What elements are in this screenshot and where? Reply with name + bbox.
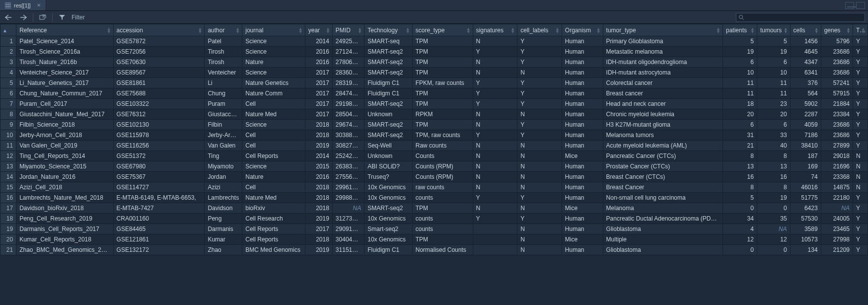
table-row[interactable]: 17Davidson_bioRxiv_2018E-MTAB-7427Davids…	[0, 203, 868, 214]
cell-genes: 23465	[821, 224, 853, 234]
close-icon[interactable]: ✕	[37, 2, 41, 8]
cell-organism: Human	[562, 161, 603, 172]
tab-res1[interactable]: res[[1]] ✕	[0, 0, 46, 10]
cell-tumours: 11	[757, 88, 790, 99]
table-row[interactable]: 8Giustacchini_Nature_Med_2017GSE76312Giu…	[0, 109, 868, 120]
cell-score_type: TPM	[412, 36, 473, 47]
column-header-signatures[interactable]: signatures▲▼	[473, 24, 517, 36]
cell-author: Miyamoto	[205, 161, 242, 172]
table-row[interactable]: 18Peng_Cell_Research_2019CRA001160PengCe…	[0, 214, 868, 224]
row-number: 7	[0, 99, 16, 109]
cell-patients: 11	[723, 88, 757, 99]
table-row[interactable]: 16Lambrechts_Nature_Med_2018E-MTAB-6149,…	[0, 193, 868, 203]
column-header-tumor_type[interactable]: tumor_type▲▼	[603, 24, 723, 36]
column-header-journal[interactable]: journal▲▼	[242, 24, 305, 36]
cell-author: Li	[205, 78, 242, 88]
column-header-tumours[interactable]: tumours▲▼	[757, 24, 790, 36]
table-row[interactable]: 20Kumar_Cell_Reports_2018GSE121861KumarC…	[0, 234, 868, 245]
cell-reference: Jerby-Arnon_Cell_2018	[16, 130, 113, 141]
cell-year: 2018	[305, 234, 332, 245]
row-number: 19	[0, 224, 16, 234]
cell-cell_labels: N	[517, 161, 562, 172]
table-row[interactable]: 3Tirosh_Nature_2016bGSE70630TiroshNature…	[0, 57, 868, 68]
cell-cells: 4645	[790, 47, 821, 57]
table-row[interactable]: 4Venteicher_Science_2017GSE89567Venteich…	[0, 68, 868, 78]
cell-technology: ABI SOLiD?	[364, 161, 413, 172]
cell-journal: Cell Reports	[242, 151, 305, 161]
column-header-accession[interactable]: accession▲▼	[113, 24, 205, 36]
table-row[interactable]: 10Jerby-Arnon_Cell_2018GSE115978Jerby-Ar…	[0, 130, 868, 141]
maximize-button[interactable]	[856, 2, 865, 9]
table-row[interactable]: 12Ting_Cell_Reports_2014GSE51372TingCell…	[0, 151, 868, 161]
cell-score_type: counts	[412, 214, 473, 224]
cell-cell_labels: N	[517, 224, 562, 234]
column-header-cell_labels[interactable]: cell_labels▲▼	[517, 24, 562, 36]
column-header-tm[interactable]: TM▲▼	[853, 24, 868, 36]
row-number-header[interactable]: ▲	[0, 24, 16, 36]
table-row[interactable]: 6Chung_Nature_Commun_2017GSE75688ChungNa…	[0, 88, 868, 99]
row-number: 14	[0, 172, 16, 182]
cell-cell_labels: Y	[517, 88, 562, 99]
column-header-score_type[interactable]: score_type▲▼	[412, 24, 473, 36]
cell-journal: Nature Med	[242, 193, 305, 203]
forward-button[interactable]	[18, 12, 29, 22]
table-row[interactable]: 11Van Galen_Cell_2019GSE116256Van GalenC…	[0, 141, 868, 151]
cell-signatures: N	[473, 172, 517, 182]
column-header-genes[interactable]: genes▲▼	[821, 24, 853, 36]
cell-patients: 20	[723, 109, 757, 120]
cell-organism: Human	[562, 88, 603, 99]
cell-score_type: Normalised Counts	[412, 245, 473, 255]
row-number: 12	[0, 151, 16, 161]
column-header-patients[interactable]: patients▲▼	[723, 24, 757, 36]
row-number: 17	[0, 203, 16, 214]
cell-pmid: 31273297	[332, 214, 364, 224]
cell-pmid: 28504724	[332, 109, 364, 120]
column-header-organism[interactable]: Organism▲▼	[562, 24, 603, 36]
column-header-reference[interactable]: Reference▲▼	[16, 24, 113, 36]
table-row[interactable]: 7Puram_Cell_2017GSE103322PuramCell201729…	[0, 99, 868, 109]
table-row[interactable]: 15Azizi_Cell_2018GSE114727AziziCell20182…	[0, 182, 868, 193]
filter-icon[interactable]	[57, 12, 68, 22]
data-grid[interactable]: ▲Reference▲▼accession▲▼author▲▼journal▲▼…	[0, 24, 868, 305]
table-row[interactable]: 14Jordan_Nature_2016GSE75367JordanNature…	[0, 172, 868, 182]
cell-technology: Smart-seq2	[364, 224, 413, 234]
table-row[interactable]: 2Tirosh_Science_2016aGSE72056TiroshScien…	[0, 47, 868, 57]
cell-organism: Mice	[562, 151, 603, 161]
cell-journal: bioRxiv	[242, 203, 305, 214]
cell-tumor_type: Pancreatic Ductal Adenocarcinoma (PDAC)	[603, 214, 723, 224]
search-box[interactable]	[736, 13, 865, 22]
cell-tumor_type: IDH-mutant oligodendroglioma	[603, 57, 723, 68]
toolbar: Filter	[0, 11, 868, 24]
cell-signatures: N	[473, 109, 517, 120]
cell-tm: Y	[853, 193, 868, 203]
filter-label[interactable]: Filter	[72, 14, 85, 21]
table-row[interactable]: 21Zhao_BMC_Med_Genomics_2019GSE132172Zha…	[0, 245, 868, 255]
table-row[interactable]: 19Darmanis_Cell_Reports_2017GSE84465Darm…	[0, 224, 868, 234]
cell-score_type: counts	[412, 224, 473, 234]
cell-reference: Zhao_BMC_Med_Genomics_2019	[16, 245, 113, 255]
column-header-pmid[interactable]: PMID▲▼	[332, 24, 364, 36]
cell-author: Jerby-Arnon	[205, 130, 242, 141]
back-button[interactable]	[3, 12, 14, 22]
column-header-year[interactable]: year▲▼	[305, 24, 332, 36]
column-header-cells[interactable]: cells▲▼	[790, 24, 821, 36]
column-header-author[interactable]: author▲▼	[205, 24, 242, 36]
cell-cells: 169	[790, 161, 821, 172]
cell-reference: Lambrechts_Nature_Med_2018	[16, 193, 113, 203]
cell-tumor_type: Glioblastoma	[603, 224, 723, 234]
table-row[interactable]: 13Miyamoto_Science_2015GSE67980MiyamotoS…	[0, 161, 868, 172]
cell-cell_labels: Y	[517, 193, 562, 203]
cell-score_type: RPKM	[412, 109, 473, 120]
table-row[interactable]: 1Patel_Science_2014GSE57872PatelScience2…	[0, 36, 868, 47]
table-row[interactable]: 5Li_Nature_Genetics_2017GSE81861LiNature…	[0, 78, 868, 88]
table-row[interactable]: 9Filbin_Science_2018GSE102130FilbinScien…	[0, 120, 868, 130]
cell-patients: 11	[723, 78, 757, 88]
column-header-technology[interactable]: Technology▲▼	[364, 24, 413, 36]
cell-organism: Mice	[562, 234, 603, 245]
open-window-button[interactable]	[37, 12, 48, 22]
cell-year: 2016	[305, 57, 332, 68]
minimize-button[interactable]	[845, 2, 854, 9]
cell-genes: 21884	[821, 99, 853, 109]
search-input[interactable]	[744, 14, 863, 20]
cell-pmid: 24925914	[332, 36, 364, 47]
